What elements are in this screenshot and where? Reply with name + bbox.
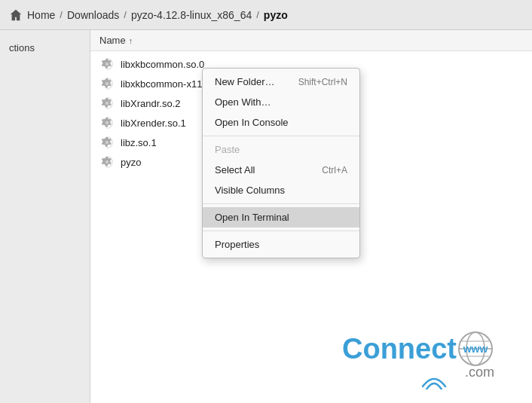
menu-item-open-in-terminal[interactable]: Open In Terminal bbox=[203, 207, 359, 227]
menu-separator bbox=[203, 203, 359, 204]
globe-icon: www bbox=[457, 330, 494, 368]
file-icon bbox=[99, 96, 115, 111]
svg-point-1 bbox=[105, 63, 109, 66]
file-icon bbox=[99, 56, 115, 72]
breadcrumb-current[interactable]: pyzo bbox=[264, 9, 288, 21]
file-icon bbox=[99, 76, 115, 91]
menu-item-shortcut: Ctrl+A bbox=[322, 165, 347, 176]
menu-item-label: New Folder… bbox=[215, 76, 274, 87]
file-icon bbox=[99, 135, 115, 150]
signal-icon bbox=[419, 368, 449, 389]
sidebar-item-actions[interactable]: ctions bbox=[0, 38, 90, 58]
menu-item-select-all[interactable]: Select AllCtrl+A bbox=[203, 160, 359, 180]
sidebar: ctions bbox=[0, 30, 90, 403]
file-name: libxkbcommon.so.0 bbox=[121, 59, 204, 70]
file-list-header: Name ↑ bbox=[90, 30, 532, 51]
breadcrumb: Home / Downloads / pyzo-4.12.8-linux_x86… bbox=[0, 0, 532, 30]
watermark-logo: C onnect www .com bbox=[342, 330, 494, 380]
breadcrumb-home[interactable]: Home bbox=[27, 9, 55, 21]
context-menu: New Folder…Shift+Ctrl+NOpen With…Open In… bbox=[202, 68, 360, 258]
svg-point-11 bbox=[105, 160, 109, 164]
file-name: pyzo bbox=[121, 157, 141, 168]
menu-item-shortcut: Shift+Ctrl+N bbox=[298, 77, 347, 87]
menu-item-label: Open In Console bbox=[215, 117, 289, 128]
breadcrumb-sep-3: / bbox=[256, 9, 259, 20]
menu-item-label: Open With… bbox=[215, 96, 271, 108]
breadcrumb-sep-1: / bbox=[60, 9, 63, 20]
menu-item-label: Open In Terminal bbox=[215, 212, 289, 223]
file-area: Name ↑ libxkbcommon.so.0libxkbcommon-x11… bbox=[90, 30, 532, 403]
menu-item-properties[interactable]: Properties bbox=[203, 234, 359, 255]
file-name: libXrandr.so.2 bbox=[121, 98, 181, 109]
menu-item-open-in-console[interactable]: Open In Console bbox=[203, 112, 359, 133]
sort-arrow-icon: ↑ bbox=[129, 36, 133, 45]
breadcrumb-downloads[interactable]: Downloads bbox=[67, 9, 119, 21]
breadcrumb-sep-2: / bbox=[124, 9, 127, 20]
svg-point-9 bbox=[105, 141, 109, 145]
svg-point-3 bbox=[105, 82, 109, 86]
menu-separator bbox=[203, 136, 359, 136]
menu-item-label: Properties bbox=[215, 239, 259, 250]
menu-item-label: Select All bbox=[215, 164, 255, 176]
menu-item-label: Visible Columns bbox=[215, 185, 285, 196]
menu-item-paste: Paste bbox=[203, 139, 359, 160]
file-name: libz.so.1 bbox=[121, 137, 157, 148]
file-name: libXrender.so.1 bbox=[121, 118, 186, 129]
menu-separator bbox=[203, 231, 359, 231]
breadcrumb-folder[interactable]: pyzo-4.12.8-linux_x86_64 bbox=[131, 9, 252, 21]
main-area: ctions Name ↑ libxkbcommon.so.0libxkbcom… bbox=[0, 30, 532, 403]
connect-c-letter: C bbox=[342, 333, 362, 365]
svg-point-7 bbox=[105, 121, 109, 125]
svg-point-5 bbox=[105, 102, 109, 105]
menu-item-visible-columns[interactable]: Visible Columns bbox=[203, 180, 359, 200]
svg-text:www: www bbox=[463, 343, 488, 355]
file-icon bbox=[99, 154, 115, 169]
menu-item-new-folder[interactable]: New Folder…Shift+Ctrl+N bbox=[203, 72, 359, 92]
connect-text: onnect bbox=[362, 333, 457, 365]
menu-item-open-with[interactable]: Open With… bbox=[203, 92, 359, 112]
menu-item-label: Paste bbox=[215, 144, 240, 155]
file-icon bbox=[99, 115, 115, 130]
name-column-header[interactable]: Name ↑ bbox=[99, 35, 133, 46]
home-icon bbox=[9, 8, 23, 22]
